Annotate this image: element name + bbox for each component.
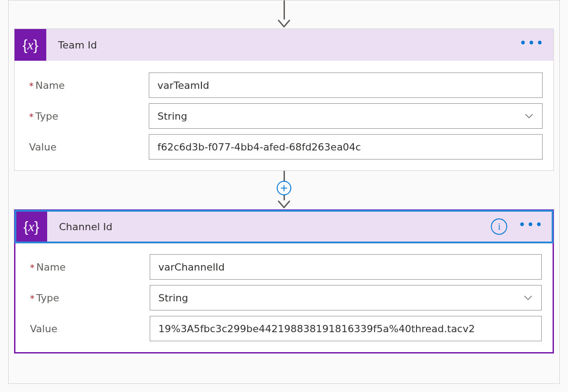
arrow-line <box>284 0 285 19</box>
action-card-team-id[interactable]: {x} Team Id ••• *Name *Type String <box>14 29 554 171</box>
connector-with-add: + <box>277 171 291 209</box>
field-row-type: *Type String <box>25 103 543 129</box>
field-row-value: Value <box>26 316 542 341</box>
more-actions-button[interactable]: ••• <box>518 223 544 230</box>
field-control <box>149 134 543 160</box>
type-select-value: String <box>157 111 187 122</box>
field-row-value: Value <box>25 134 543 160</box>
field-control <box>150 316 542 341</box>
card-header[interactable]: {x} Team Id ••• <box>15 29 553 61</box>
value-input[interactable] <box>149 134 543 160</box>
name-input[interactable] <box>149 73 543 98</box>
field-label-type: *Type <box>26 292 150 304</box>
arrow-into-card-1 <box>277 0 291 29</box>
field-label-name: *Name <box>25 80 149 91</box>
required-asterisk: * <box>30 293 34 304</box>
chevron-down-icon <box>523 293 533 303</box>
name-input[interactable] <box>150 254 542 280</box>
card-title: Team Id <box>58 39 519 51</box>
field-row-name: *Name <box>26 254 542 280</box>
field-label-value: Value <box>25 141 149 153</box>
field-row-type: *Type String <box>26 285 542 310</box>
required-asterisk: * <box>30 262 34 273</box>
field-label-name: *Name <box>26 261 150 273</box>
field-control <box>149 73 543 98</box>
type-select[interactable]: String <box>149 103 543 129</box>
field-label-type: *Type <box>25 111 149 122</box>
required-asterisk: * <box>29 111 34 122</box>
value-input[interactable] <box>150 316 542 341</box>
arrow-head-icon <box>277 200 291 209</box>
action-card-channel-id[interactable]: {x} Channel Id i ••• *Name *Type String <box>14 209 554 353</box>
field-control: String <box>150 285 542 310</box>
type-select-value: String <box>158 292 188 304</box>
variable-icon: {x} <box>15 211 47 242</box>
variable-icon: {x} <box>15 29 46 61</box>
add-step-button[interactable]: + <box>277 181 291 195</box>
card-body: *Name *Type String Value <box>15 242 553 352</box>
card-title: Channel Id <box>59 221 491 232</box>
arrow-head-icon <box>277 19 291 29</box>
card-header-actions: ••• <box>519 42 544 48</box>
card-header[interactable]: {x} Channel Id i ••• <box>15 211 553 242</box>
card-body: *Name *Type String Value <box>15 61 553 170</box>
field-row-name: *Name <box>25 73 543 98</box>
more-actions-button[interactable]: ••• <box>519 42 544 48</box>
field-label-value: Value <box>26 323 150 334</box>
required-asterisk: * <box>29 80 34 91</box>
field-control: String <box>149 103 543 129</box>
chevron-down-icon <box>524 111 534 121</box>
type-select[interactable]: String <box>150 285 542 310</box>
flow-canvas: {x} Team Id ••• *Name *Type String <box>8 0 560 384</box>
field-control <box>150 254 542 280</box>
card-header-actions: i ••• <box>491 218 544 235</box>
info-icon[interactable]: i <box>491 218 507 235</box>
